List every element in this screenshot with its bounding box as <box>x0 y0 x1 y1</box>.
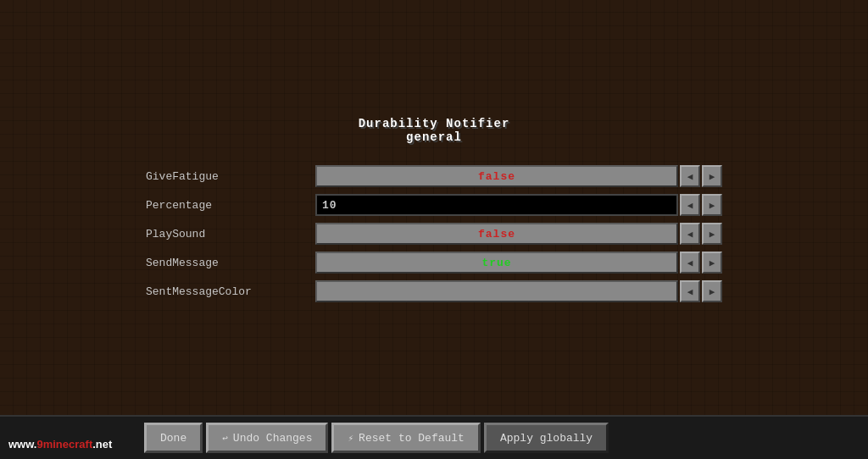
field-value-sendmessage[interactable]: true <box>315 252 678 274</box>
field-next-sentmessagecolor[interactable]: ▶ <box>702 280 722 302</box>
bottom-bar: www.9minecraft.net Done ↩ Undo Changes ⚡… <box>0 415 868 459</box>
config-row: SentMessageColor◀▶ <box>146 279 722 303</box>
field-label-givefatigue: GiveFatigue <box>146 170 315 183</box>
field-value-givefatigue[interactable]: false <box>315 165 678 187</box>
field-toggle-value-sendmessage: true <box>481 257 511 269</box>
field-prev-playsound[interactable]: ◀ <box>680 223 700 245</box>
watermark-prefix: www. <box>8 438 36 451</box>
field-value-percentage[interactable]: 10 <box>315 194 678 216</box>
title-main: Durability Notifier <box>137 117 731 130</box>
field-toggle-value-givefatigue: false <box>478 170 515 183</box>
undo-button[interactable]: ↩ Undo Changes <box>206 423 328 453</box>
field-toggle-value-playsound: false <box>478 228 515 241</box>
field-prev-sendmessage[interactable]: ◀ <box>680 252 700 274</box>
field-next-sendmessage[interactable]: ▶ <box>702 252 722 274</box>
field-next-givefatigue[interactable]: ▶ <box>702 165 722 187</box>
watermark-brand: 9minecraft <box>36 438 92 451</box>
undo-icon: ↩ <box>222 433 228 444</box>
config-row: SendMessagetrue◀▶ <box>146 251 722 274</box>
config-container: GiveFatiguefalse◀▶Percentage10◀▶PlaySoun… <box>146 164 722 303</box>
field-prev-percentage[interactable]: ◀ <box>680 194 700 216</box>
field-prev-givefatigue[interactable]: ◀ <box>680 165 700 187</box>
field-text-percentage: 10 <box>322 199 337 212</box>
field-label-sendmessage: SendMessage <box>146 257 315 269</box>
field-value-playsound[interactable]: false <box>315 223 678 245</box>
title-sub: general <box>137 130 731 144</box>
field-label-percentage: Percentage <box>146 199 315 212</box>
reset-label: Reset to Default <box>359 432 465 445</box>
config-row: PlaySoundfalse◀▶ <box>146 222 722 246</box>
done-button[interactable]: Done <box>144 423 203 453</box>
undo-label: Undo Changes <box>233 432 313 445</box>
apply-button[interactable]: Apply globally <box>484 423 609 453</box>
config-row: GiveFatiguefalse◀▶ <box>146 164 722 188</box>
config-row: Percentage10◀▶ <box>146 193 722 217</box>
field-next-playsound[interactable]: ▶ <box>702 223 722 245</box>
reset-button[interactable]: ⚡ Reset to Default <box>331 423 480 453</box>
reset-icon: ⚡ <box>348 433 353 444</box>
field-prev-sentmessagecolor[interactable]: ◀ <box>680 280 700 302</box>
field-label-sentmessagecolor: SentMessageColor <box>146 285 315 298</box>
field-label-playsound: PlaySound <box>146 228 315 241</box>
watermark: www.9minecraft.net <box>8 438 112 451</box>
field-next-percentage[interactable]: ▶ <box>702 194 722 216</box>
title-area: Durability Notifier general <box>137 117 731 144</box>
main-panel: Durability Notifier general GiveFatiguef… <box>137 117 731 308</box>
watermark-suffix: .net <box>92 438 112 451</box>
field-value-sentmessagecolor[interactable] <box>315 280 678 302</box>
